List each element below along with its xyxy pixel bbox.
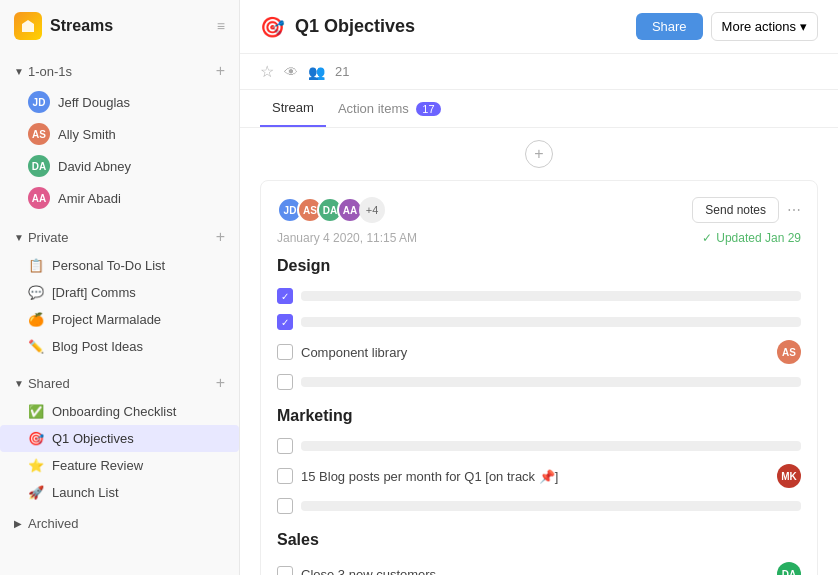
sidebar-item-feature-review[interactable]: ⭐ Feature Review (0, 452, 239, 479)
chevron-icon-private: ▼ (14, 232, 24, 243)
add-shared-button[interactable]: + (216, 374, 225, 392)
more-dots-icon[interactable]: ⋯ (787, 202, 801, 218)
user-item-david-abney[interactable]: DA David Abney (0, 150, 239, 182)
sidebar: Streams ≡ ▼ 1-on-1s + JD Jeff Douglas AS… (0, 0, 240, 575)
user-item-jeff-douglas[interactable]: JD Jeff Douglas (0, 86, 239, 118)
followers-count: 21 (335, 64, 349, 79)
chevron-right-icon: ▶ (14, 518, 22, 529)
sidebar-item-onboarding[interactable]: ✅ Onboarding Checklist (0, 398, 239, 425)
section-header-one-on-ones[interactable]: ▼ 1-on-1s + (0, 56, 239, 86)
checkbox-design-1[interactable]: ✓ (277, 314, 293, 330)
q1-objectives-icon: 🎯 (28, 431, 44, 446)
add-note-button[interactable]: + (525, 140, 553, 168)
section-header-shared[interactable]: ▼ Shared + (0, 368, 239, 398)
more-actions-button[interactable]: More actions ▾ (711, 12, 818, 41)
user-name-amir: Amir Abadi (58, 191, 121, 206)
sidebar-item-blog-post-ideas[interactable]: ✏️ Blog Post Ideas (0, 333, 239, 360)
item-placeholder (301, 441, 801, 451)
note-card-header: JD AS DA AA +4 Send notes ⋯ (277, 197, 801, 223)
tab-action-items[interactable]: Action items 17 (326, 91, 453, 126)
avatars-stack: JD AS DA AA +4 (277, 197, 385, 223)
followers-icon: 👥 (308, 64, 325, 80)
project-marmalade-icon: 🍊 (28, 312, 44, 327)
avatar-david: DA (28, 155, 50, 177)
checklist-item: ✓ (277, 309, 801, 335)
sidebar-menu-icon[interactable]: ≡ (217, 18, 225, 34)
checkbox-marketing-2[interactable] (277, 498, 293, 514)
add-private-button[interactable]: + (216, 228, 225, 246)
sidebar-item-launch-list[interactable]: 🚀 Launch List (0, 479, 239, 506)
feature-review-label: Feature Review (52, 458, 225, 473)
user-name-ally: Ally Smith (58, 127, 116, 142)
section-title-marketing: Marketing (277, 407, 801, 425)
stream-body: + JD AS DA AA +4 Send notes ⋯ January 4 … (240, 128, 838, 575)
item-text-close-customers: Close 3 new customers (301, 567, 769, 576)
launch-list-label: Launch List (52, 485, 225, 500)
checklist-item: ✓ (277, 283, 801, 309)
user-name-david: David Abney (58, 159, 131, 174)
checkbox-sales-0[interactable] (277, 566, 293, 575)
avatar-ally: AS (28, 123, 50, 145)
star-icon[interactable]: ☆ (260, 62, 274, 81)
sidebar-item-draft-comms[interactable]: 💬 [Draft] Comms (0, 279, 239, 306)
add-one-on-one-button[interactable]: + (216, 62, 225, 80)
section-private: ▼ Private + 📋 Personal To-Do List 💬 [Dra… (0, 218, 239, 364)
note-card: JD AS DA AA +4 Send notes ⋯ January 4 20… (260, 180, 818, 575)
checklist-item-blog-posts: 15 Blog posts per month for Q1 [on track… (277, 459, 801, 493)
item-text-component-library: Component library (301, 345, 769, 360)
share-button[interactable]: Share (636, 13, 703, 40)
more-actions-label: More actions (722, 19, 796, 34)
chevron-icon-shared: ▼ (14, 378, 24, 389)
eye-icon[interactable]: 👁 (284, 64, 298, 80)
sidebar-item-q1-objectives[interactable]: 🎯 Q1 Objectives (0, 425, 239, 452)
item-avatar-marketing-1: MK (777, 464, 801, 488)
tab-stream[interactable]: Stream (260, 90, 326, 127)
section-label-one-on-ones: 1-on-1s (28, 64, 72, 79)
checklist-item (277, 433, 801, 459)
checklist-item-close-customers: Close 3 new customers DA (277, 557, 801, 575)
note-meta: January 4 2020, 11:15 AM ✓ Updated Jan 2… (277, 231, 801, 245)
checklist-item-component-library: Component library AS (277, 335, 801, 369)
section-label-private: Private (28, 230, 68, 245)
user-item-ally-smith[interactable]: AS Ally Smith (0, 118, 239, 150)
item-avatar-sales-0: DA (777, 562, 801, 575)
blog-post-ideas-icon: ✏️ (28, 339, 44, 354)
stream-meta: ☆ 👁 👥 21 (240, 54, 838, 90)
user-item-amir-abadi[interactable]: AA Amir Abadi (0, 182, 239, 214)
checklist-item (277, 493, 801, 519)
archived-row[interactable]: ▶ Archived (0, 510, 239, 537)
checkbox-design-2[interactable] (277, 344, 293, 360)
main-content: 🎯 Q1 Objectives Share More actions ▾ ☆ 👁… (240, 0, 838, 575)
sidebar-item-personal-todo[interactable]: 📋 Personal To-Do List (0, 252, 239, 279)
item-placeholder (301, 377, 801, 387)
q1-objectives-label: Q1 Objectives (52, 431, 225, 446)
note-date: January 4 2020, 11:15 AM (277, 231, 417, 245)
checklist-item (277, 369, 801, 395)
personal-todo-label: Personal To-Do List (52, 258, 225, 273)
send-notes-button[interactable]: Send notes (692, 197, 779, 223)
item-placeholder (301, 501, 801, 511)
tab-stream-label: Stream (272, 100, 314, 115)
onboarding-label: Onboarding Checklist (52, 404, 225, 419)
section-header-private[interactable]: ▼ Private + (0, 222, 239, 252)
checkbox-marketing-0[interactable] (277, 438, 293, 454)
header-actions: Share More actions ▾ (636, 12, 818, 41)
checkbox-marketing-1[interactable] (277, 468, 293, 484)
main-header: 🎯 Q1 Objectives Share More actions ▾ (240, 0, 838, 54)
project-marmalade-label: Project Marmalade (52, 312, 225, 327)
checkbox-design-3[interactable] (277, 374, 293, 390)
archived-label: Archived (28, 516, 79, 531)
section-title-sales: Sales (277, 531, 801, 549)
checkbox-design-0[interactable]: ✓ (277, 288, 293, 304)
feature-review-icon: ⭐ (28, 458, 44, 473)
tabs-bar: Stream Action items 17 (240, 90, 838, 128)
draft-comms-icon: 💬 (28, 285, 44, 300)
stream-emoji-icon: 🎯 (260, 15, 285, 39)
item-text-blog-posts: 15 Blog posts per month for Q1 [on track… (301, 469, 769, 484)
page-title: Q1 Objectives (295, 16, 415, 37)
sidebar-title: Streams (50, 17, 113, 35)
section-label-shared: Shared (28, 376, 70, 391)
avatar-amir: AA (28, 187, 50, 209)
more-avatars-badge: +4 (359, 197, 385, 223)
sidebar-item-project-marmalade[interactable]: 🍊 Project Marmalade (0, 306, 239, 333)
